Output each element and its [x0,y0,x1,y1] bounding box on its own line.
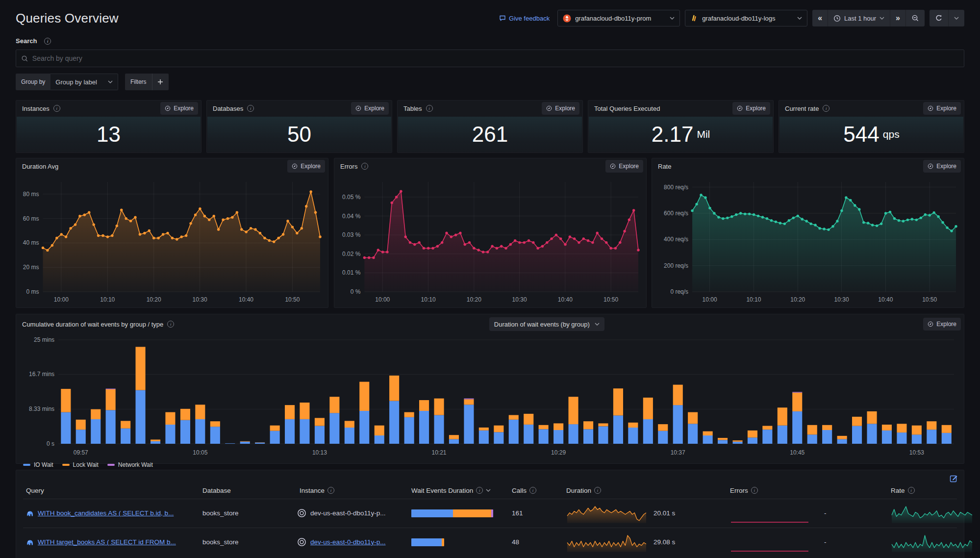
stat-title: Total Queries Executed [594,105,660,112]
column-header-query[interactable]: Query [26,483,44,498]
zoom-out-button[interactable] [906,10,925,26]
group-by-select[interactable]: Group by label [50,74,118,90]
time-range-controls: « Last 1 hour » [812,10,925,26]
svg-text:0 ms: 0 ms [26,288,39,295]
rate-chart[interactable]: 0 req/s200 req/s400 req/s600 req/s800 re… [655,175,961,305]
stat-title: Instances [22,105,50,112]
info-icon[interactable] [426,105,433,112]
svg-text:400 req/s: 400 req/s [664,236,688,243]
legend-swatch [23,464,30,466]
refresh-button[interactable] [930,10,949,26]
edit-panel-icon[interactable] [950,474,958,482]
explore-label: Explore [174,105,194,112]
explore-label: Explore [364,105,384,112]
errors-chart[interactable]: 0 %0.01 %0.02 %0.03 %0.04 %0.05 %10:0010… [337,175,643,305]
duration-avg-chart[interactable]: 0 ms20 ms40 ms60 ms80 ms10:0010:1010:201… [19,175,325,305]
explore-button[interactable]: Explore [160,102,198,115]
chevron-down-icon [108,80,113,83]
time-shift-back-button[interactable]: « [812,10,828,26]
info-icon[interactable] [823,105,829,112]
stat-title: Databases [213,105,243,112]
explore-label: Explore [936,105,956,112]
stat-panel-total-queries: Total Queries Executed Explore 2.17Mil [588,100,774,153]
explore-button[interactable]: Explore [732,102,770,115]
wait-events-bar-chart[interactable]: 0 s8.33 mins16.7 mins25 mins09:5710:0510… [21,336,957,458]
prometheus-icon [563,14,571,23]
svg-text:25 mins: 25 mins [34,336,54,343]
explore-button[interactable]: Explore [351,102,389,115]
chevron-down-icon [954,17,959,20]
info-icon[interactable] [751,487,758,494]
svg-text:0 %: 0 % [351,288,361,295]
info-icon[interactable] [44,38,51,45]
panel-wait-events: Cumulative duration of wait events by gr… [16,314,964,464]
legend-item-lock-wait[interactable]: Lock Wait [62,461,99,468]
explore-label: Explore [936,163,956,170]
back-arrows: « [818,14,822,23]
info-icon[interactable] [247,105,254,112]
legend-swatch [62,464,70,466]
column-header-wait-events[interactable]: Wait Events Duration [411,483,491,498]
legend-item-network-wait[interactable]: Network Wait [107,461,153,468]
info-icon[interactable] [53,105,60,112]
explore-button[interactable]: Explore [605,160,643,173]
wait-events-metric-dropdown[interactable]: Duration of wait events (by group) [489,317,604,331]
query-link[interactable]: WITH target_books AS ( SELECT id FROM b.… [38,538,176,546]
time-range-picker[interactable]: Last 1 hour [828,10,890,26]
legend-item-io-wait[interactable]: IO Wait [23,461,53,468]
panel-duration-avg: Duration Avg Explore 0 ms20 ms40 ms60 ms… [16,158,328,308]
explore-button[interactable]: Explore [923,160,961,173]
add-filter-button[interactable] [152,74,169,90]
comment-bubble-icon [499,15,506,22]
stat-value: 13 [97,124,121,145]
wait-events-metric-value: Duration of wait events (by group) [494,321,590,328]
explore-button[interactable]: Explore [287,160,325,173]
column-header-rate[interactable]: Rate [891,483,915,498]
explore-label: Explore [619,163,639,170]
stat-panel-databases: Databases Explore 50 [206,100,392,153]
column-header-errors[interactable]: Errors [730,483,758,498]
compass-icon [737,105,743,111]
stat-panel-instances: Instances Explore 13 [16,100,201,153]
info-icon[interactable] [327,487,334,494]
duration-sparkline [566,504,647,524]
stat-unit: Mil [697,128,710,140]
refresh-interval-dropdown[interactable] [949,10,964,26]
explore-button[interactable]: Explore [923,318,961,330]
stat-value: 544 [843,124,879,145]
explore-button[interactable]: Explore [923,102,961,115]
time-shift-forward-button[interactable]: » [890,10,906,26]
instance-link[interactable]: dev-us-east-0-dbo11y-p... [310,538,386,546]
column-header-database[interactable]: Database [202,483,231,498]
query-link[interactable]: WITH book_candidates AS ( SELECT b.id, b… [38,509,174,517]
compass-icon [355,105,361,111]
calls-cell: 48 [512,538,519,546]
svg-text:80 ms: 80 ms [23,191,39,198]
filters-label: Filters [125,74,152,90]
search-icon [21,55,28,62]
datasource-picker-prometheus[interactable]: grafanacloud-dbo11y-prom [557,10,680,26]
errors-value: - [824,538,827,546]
info-icon[interactable] [167,321,174,328]
svg-text:0.04 %: 0.04 % [342,213,361,220]
explore-button[interactable]: Explore [542,102,579,115]
compass-icon [292,163,298,169]
give-feedback-link[interactable]: Give feedback [499,15,550,22]
info-icon[interactable] [529,487,536,494]
column-header-duration[interactable]: Duration [566,483,601,498]
svg-text:10:13: 10:13 [312,449,327,456]
svg-text:10:40: 10:40 [239,296,253,303]
svg-text:10:29: 10:29 [551,449,566,456]
stat-unit: qps [883,128,900,140]
column-header-instance[interactable]: Instance [300,483,334,498]
info-icon[interactable] [594,487,601,494]
column-header-calls[interactable]: Calls [512,483,536,498]
search-input[interactable] [32,54,959,62]
info-icon[interactable] [361,163,368,170]
group-by-control: Group by Group by label [16,74,118,90]
refresh-controls [930,10,964,26]
info-icon[interactable] [476,487,483,494]
info-icon[interactable] [908,487,915,494]
datasource-picker-logs[interactable]: grafanacloud-dbo11y-logs [685,10,807,26]
chevron-down-icon [670,17,675,20]
